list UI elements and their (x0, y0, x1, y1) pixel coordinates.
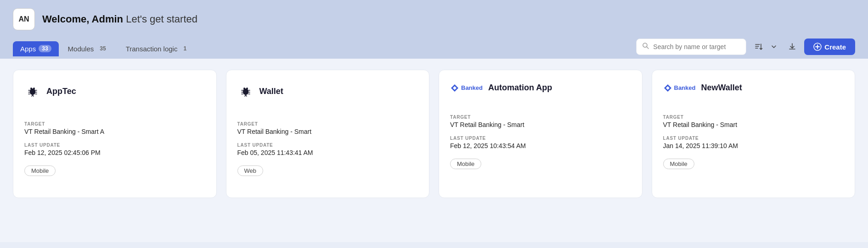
card-apptec[interactable]: AppTec TARGET VT Retail Banking - Smart … (13, 70, 217, 198)
search-box[interactable] (636, 39, 746, 55)
search-input[interactable] (653, 43, 740, 50)
card-automation_app[interactable]: Banked Automation App TARGET VT Retail B… (439, 70, 643, 198)
svg-line-1 (647, 47, 648, 49)
last-update-label-wallet: LAST UPDATE (237, 143, 418, 148)
card-footer-newwallet: Mobile (663, 159, 844, 169)
search-icon (642, 42, 649, 51)
platform-badge-newwallet: Mobile (663, 159, 694, 169)
main: AppTec TARGET VT Retail Banking - Smart … (0, 59, 868, 242)
target-value-automation_app: VT Retail Banking - Smart (450, 121, 631, 128)
tab-label-transaction_logic: Transaction logic (126, 45, 178, 53)
last-update-value-wallet: Feb 05, 2025 11:43:41 AM (237, 149, 418, 156)
tab-badge-modules: 35 (96, 45, 109, 52)
sort-area (751, 39, 780, 55)
last-update-value-apptec: Feb 12, 2025 02:45:06 PM (24, 149, 205, 156)
toolbar-actions: Create (636, 39, 855, 59)
last-update-value-automation_app: Feb 12, 2025 10:43:54 AM (450, 142, 631, 149)
svg-point-5 (33, 88, 35, 89)
platform-badge-automation_app: Mobile (450, 159, 481, 169)
target-value-apptec: VT Retail Banking - Smart A (24, 128, 205, 135)
last-update-value-newwallet: Jan 14, 2025 11:39:10 AM (663, 142, 844, 149)
target-value-wallet: VT Retail Banking - Smart (237, 128, 418, 135)
card-newwallet[interactable]: Banked NewWallet TARGET VT Retail Bankin… (652, 70, 856, 198)
app-icon-wallet (237, 83, 254, 99)
header: AN Welcome, Admin Let's get started Apps… (0, 0, 868, 59)
welcome-prefix: Welcome, (42, 13, 92, 25)
sort-button[interactable] (751, 39, 767, 55)
welcome-text: Welcome, Admin Let's get started (42, 13, 197, 25)
sort-dropdown-button[interactable] (767, 40, 780, 53)
tab-label-apps: Apps (20, 45, 36, 53)
last-update-label-automation_app: LAST UPDATE (450, 136, 631, 141)
header-top: AN Welcome, Admin Let's get started (13, 8, 855, 39)
create-button[interactable]: Create (804, 39, 855, 55)
app-name-automation_app: Automation App (488, 83, 552, 93)
card-header-newwallet: Banked NewWallet (663, 83, 844, 93)
card-wallet[interactable]: Wallet TARGET VT Retail Banking - Smart … (226, 70, 430, 198)
welcome-suffix: Let's get started (123, 13, 197, 25)
tab-badge-transaction_logic: 1 (180, 45, 190, 52)
last-update-label-newwallet: LAST UPDATE (663, 136, 844, 141)
card-header-apptec: AppTec (24, 83, 205, 99)
tab-label-modules: Modules (68, 45, 94, 53)
toolbar-row: Apps33Modules35Transaction logic1 (13, 39, 855, 59)
welcome-name: Admin (92, 13, 123, 25)
target-label-automation_app: TARGET (450, 115, 631, 120)
card-header-automation_app: Banked Automation App (450, 83, 631, 93)
cards-grid: AppTec TARGET VT Retail Banking - Smart … (13, 70, 855, 198)
card-header-wallet: Wallet (237, 83, 418, 99)
app-icon-apptec (24, 83, 41, 99)
svg-point-4 (30, 88, 32, 89)
create-label: Create (824, 43, 846, 51)
avatar: AN (13, 8, 35, 30)
platform-badge-wallet: Web (237, 165, 264, 176)
card-footer-automation_app: Mobile (450, 159, 631, 169)
app-name-apptec: AppTec (46, 87, 76, 96)
card-footer-wallet: Web (237, 165, 418, 176)
svg-line-13 (33, 95, 34, 96)
tab-apps[interactable]: Apps33 (13, 41, 59, 56)
target-label-apptec: TARGET (24, 121, 205, 127)
app-name-newwallet: NewWallet (701, 83, 742, 93)
app-name-wallet: Wallet (259, 87, 283, 96)
banked-logo: Banked (663, 83, 696, 93)
target-label-newwallet: TARGET (663, 115, 844, 120)
svg-line-24 (246, 95, 247, 96)
tab-badge-apps: 33 (39, 45, 51, 52)
banked-logo: Banked (450, 83, 483, 93)
tab-transaction_logic[interactable]: Transaction logic1 (118, 41, 197, 56)
target-value-newwallet: VT Retail Banking - Smart (663, 121, 844, 128)
svg-point-16 (246, 88, 248, 89)
download-button[interactable] (785, 39, 800, 54)
last-update-label-apptec: LAST UPDATE (24, 143, 205, 148)
tabs: Apps33Modules35Transaction logic1 (13, 41, 197, 56)
tab-modules[interactable]: Modules35 (61, 41, 117, 56)
card-footer-apptec: Mobile (24, 165, 205, 176)
target-label-wallet: TARGET (237, 121, 418, 127)
svg-rect-3 (30, 88, 35, 95)
svg-rect-14 (243, 88, 248, 95)
svg-point-15 (243, 88, 245, 89)
platform-badge-apptec: Mobile (24, 165, 56, 176)
